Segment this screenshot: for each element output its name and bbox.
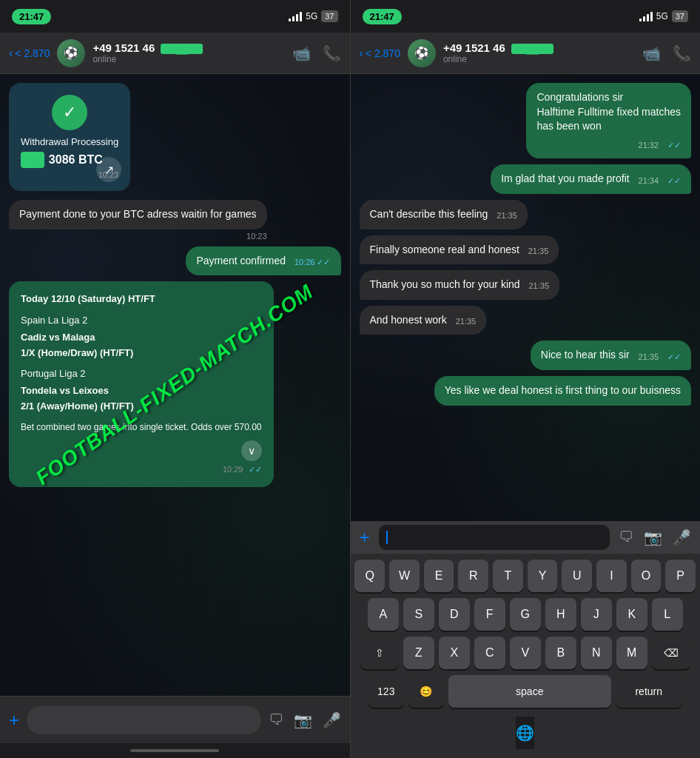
finally-time: 21:35 [528,246,549,255]
withdrawal-title: Withdrawal Processing [21,136,118,147]
back-count: < 2.870 [15,47,50,59]
bubble-finally: Finally someone real and honest 21:35 [360,235,559,265]
avatar[interactable]: ⚽ [57,39,85,67]
check-icon: ✓ [52,95,87,130]
kb-input-field[interactable] [379,525,610,550]
payment-done-text: Payment done to your BTC adress waitin f… [19,208,257,220]
key-i[interactable]: I [596,560,627,592]
msg-honest: And honest work 21:35 [360,306,487,335]
btc-value: 3086 BTC [49,153,103,167]
right-phone-call-icon[interactable]: 📞 [673,44,691,62]
tip-match2: Tondela vs Leixoes [21,383,262,399]
left-time: 21:47 [12,9,51,24]
kb-camera-icon[interactable]: 📷 [644,529,662,546]
key-k[interactable]: K [616,598,647,631]
kb-sticker-icon[interactable]: 🗨 [619,529,633,546]
honest-text: And honest work [370,314,447,326]
avatar-image: ⚽ [57,39,85,67]
key-v[interactable]: V [510,637,541,669]
key-row-1: Q W E R T Y U I O P [355,560,696,592]
msg-payment-done: Payment done to your BTC adress waitin f… [9,200,267,241]
left-message-input[interactable] [27,706,260,734]
key-x[interactable]: X [439,637,470,669]
left-chat-area: FOOTBALL-FIXED-MATCH.COM ✓ Withdrawal Pr… [0,74,350,696]
key-y[interactable]: Y [528,560,558,592]
shift-key[interactable]: ⇧ [360,637,399,669]
keyboard: Q W E R T Y U I O P A S D F G H J K L ⇧ … [351,554,701,758]
network-label: 5G [306,11,317,21]
key-f[interactable]: F [474,598,505,631]
left-bottom-bar: + 🗨 📷 🎤 [0,696,350,743]
nice-text: Nice to hear this sir [541,349,630,360]
left-mic-icon[interactable]: 🎤 [323,711,341,729]
redacted-amount: ██ [21,152,44,168]
kb-mic-icon[interactable]: 🎤 [673,529,691,546]
share-button[interactable]: ↗ [96,157,121,182]
delete-key[interactable]: ⌫ [652,637,690,669]
key-o[interactable]: O [631,560,662,592]
key-s[interactable]: S [403,598,434,631]
key-p[interactable]: P [665,560,696,592]
key-c[interactable]: C [474,637,505,669]
sticker-icon[interactable]: 🗨 [269,711,283,729]
honest-time: 21:35 [456,317,477,326]
kb-plus-button[interactable]: + [360,527,370,548]
return-key[interactable]: return [616,675,682,708]
expand-button[interactable]: ∨ [241,440,262,461]
emoji-key[interactable]: 😊 [408,675,444,708]
right-status-bar: 21:47 5G 37 [351,0,701,33]
key-q[interactable]: Q [354,560,385,592]
right-back-chevron-icon: ‹ [360,47,363,60]
congrats-line3: has been won [536,119,681,134]
tip-league2: Portugal Liga 2 [21,366,262,382]
msg-nice: Nice to hear this sir 21:35 ✓✓ [531,341,691,370]
nice-checks: ✓✓ [667,352,681,361]
key-r[interactable]: R [458,560,488,592]
video-call-icon[interactable]: 📹 [292,44,311,62]
right-back-button[interactable]: ‹ < 2.870 [360,47,400,60]
key-b[interactable]: B [545,637,576,669]
phone-call-icon[interactable]: 📞 [323,44,341,62]
msg-thankyou: Thank you so much for your kind 21:35 [360,270,560,300]
key-z[interactable]: Z [403,637,434,669]
key-n[interactable]: N [581,637,612,669]
signal-icon [289,11,302,21]
nice-time: 21:35 [639,352,659,361]
finally-text: Finally someone real and honest [370,244,519,255]
right-chat-header: ‹ < 2.870 ⚽ +49 1521 46 ██ online 📹 📞 [351,33,701,74]
right-video-call-icon[interactable]: 📹 [642,44,661,62]
tip-card: Today 12/10 (Saturday) HT/FT Spain La Li… [9,281,274,486]
key-a[interactable]: A [368,598,399,631]
numbers-key[interactable]: 123 [368,675,404,708]
bubble-congratulations: Congratulations sir Halftime Fulltime fi… [526,83,691,158]
left-camera-icon[interactable]: 📷 [294,711,312,729]
describe-text: Can't describe this feeling [370,208,488,220]
left-home-indicator [0,743,350,758]
left-input-icons: 🗨 📷 🎤 [269,711,341,729]
key-u[interactable]: U [562,560,592,592]
space-key[interactable]: space [448,675,611,708]
right-contact-info: +49 1521 46 ██ online [443,41,635,64]
key-l[interactable]: L [652,598,683,631]
key-d[interactable]: D [439,598,470,631]
describe-time: 21:35 [497,211,517,220]
battery-badge: 37 [321,10,337,22]
key-h[interactable]: H [545,598,576,631]
right-back-count: < 2.870 [366,47,400,59]
globe-icon[interactable]: 🌐 [516,717,534,749]
tip-odds1: 1/X (Home/Draw) (HT/FT) [21,346,262,361]
yes-like-text: Yes like we deal honest is first thing t… [445,384,681,396]
right-network-label: 5G [656,11,668,21]
key-e[interactable]: E [424,560,454,592]
right-signal-icon [639,11,653,21]
right-avatar[interactable]: ⚽ [408,39,436,67]
key-w[interactable]: W [389,560,420,592]
key-m[interactable]: M [616,637,647,669]
key-g[interactable]: G [510,598,541,631]
back-button[interactable]: ‹ < 2.870 [9,47,50,60]
left-plus-button[interactable]: + [9,710,19,731]
bubble-yes-like: Yes like we deal honest is first thing t… [434,376,691,406]
bubble-honest: And honest work 21:35 [360,306,487,335]
key-t[interactable]: T [493,560,523,592]
key-j[interactable]: J [581,598,612,631]
